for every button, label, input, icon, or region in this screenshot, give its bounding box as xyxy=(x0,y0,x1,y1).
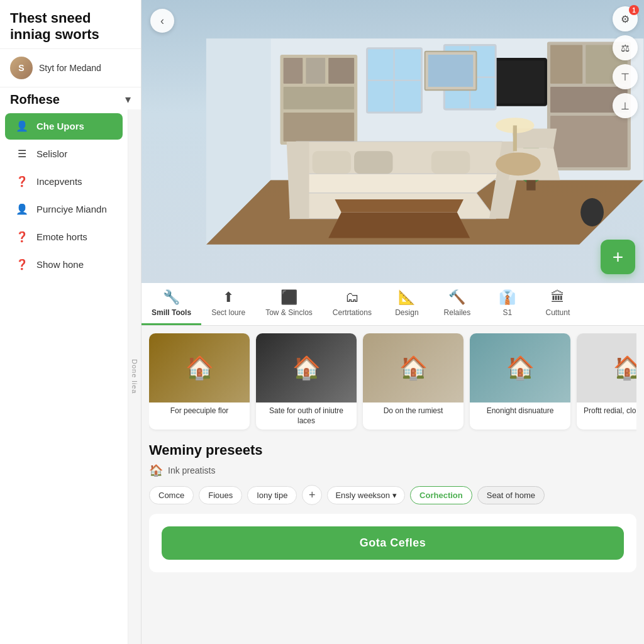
toolbar-label-cuttunt: Cuttunt xyxy=(546,308,570,317)
room-card-label-3: Do on the rumiest xyxy=(363,402,464,420)
notification-badge: 1 xyxy=(629,5,639,15)
preset-label: Ink preatists xyxy=(168,465,215,475)
view3d-area: ‹ xyxy=(142,0,644,283)
toolbar-item-certrtations[interactable]: 🗂 Certrtations xyxy=(323,283,382,325)
svg-rect-21 xyxy=(526,179,535,190)
add-button[interactable]: + xyxy=(601,240,635,274)
sidebar-item-show-hone[interactable]: ❓ Show hone xyxy=(5,252,123,278)
room-card-5[interactable]: 🏠 Proftt redial, clon llital tard xyxy=(577,333,636,430)
svg-point-36 xyxy=(496,152,541,175)
svg-marker-30 xyxy=(328,213,470,238)
nav-icon-emote-horts: ❓ xyxy=(15,230,29,244)
toolbar-label-design: Design xyxy=(395,308,418,317)
nav-icon-che-upors: 👤 xyxy=(15,119,29,133)
settings-button[interactable]: ⚙ 1 xyxy=(613,6,638,31)
sidebar-item-emote-horts[interactable]: ❓ Emote horts xyxy=(5,224,123,250)
room-card-4[interactable]: 🏠 Enonight disnuature xyxy=(470,333,570,430)
toolbar-icon-s1: 👔 xyxy=(499,289,516,306)
svg-rect-35 xyxy=(513,125,517,151)
back-button[interactable]: ‹ xyxy=(150,9,174,33)
room-card-label-4: Enonight disnuature xyxy=(470,402,570,420)
presets-title: Weminy preseets xyxy=(149,442,636,458)
sidebar-title: Thest sneed inniag sworts xyxy=(10,10,131,43)
toolbar-item-smill-tools[interactable]: 🔧 Smill Tools xyxy=(142,283,201,325)
toolbar-icon-certrtations: 🗂 xyxy=(345,289,359,306)
active-filter-chip[interactable]: Corhection xyxy=(410,486,472,504)
toolbar-item-sect-loure[interactable]: ⬆ Sect loure xyxy=(201,283,255,325)
nav-label-incepvents: Incepvents xyxy=(36,176,82,187)
room-card-label-2: Sate for outh of iniutre laces xyxy=(256,402,357,430)
presets-subtitle: 🏠 Ink preatists xyxy=(149,464,636,477)
nav-icon-incepvents: ❓ xyxy=(15,175,29,189)
room-svg xyxy=(142,0,644,283)
toolbar-label-relailes: Relailes xyxy=(444,308,471,317)
scroll-indicator: Done liea xyxy=(128,109,141,644)
seat-of-home-chip[interactable]: Seat of home xyxy=(477,486,545,504)
main-content: ‹ xyxy=(142,0,644,644)
nav-label-emote-horts: Emote horts xyxy=(36,231,87,242)
toolbar-item-cuttunt[interactable]: 🏛 Cuttunt xyxy=(533,283,583,325)
add-filter-button[interactable]: + xyxy=(302,485,322,505)
svg-rect-17 xyxy=(550,116,628,167)
gear-icon: ⚙ xyxy=(621,13,630,25)
room-card-img-4: 🏠 xyxy=(470,333,570,402)
top-icon-4[interactable]: ⊥ xyxy=(613,93,638,118)
toolbar-label-smill-tools: Smill Tools xyxy=(152,308,191,317)
svg-rect-25 xyxy=(313,151,351,174)
sidebar-section: Rofhese ▾ xyxy=(0,87,141,109)
nav-icon-selislor: ☰ xyxy=(15,147,29,161)
nav-label-purnciye-miandn: Purnciye Miandn xyxy=(36,204,107,214)
filter-chip-fioues[interactable]: Fioues xyxy=(199,486,242,504)
preset-icon: 🏠 xyxy=(149,464,163,477)
filter-chip-iony-tipe[interactable]: Iony tipe xyxy=(247,486,297,504)
section-label: Rofhese xyxy=(10,92,60,107)
svg-rect-7 xyxy=(328,58,354,84)
room-card-img-1: 🏠 xyxy=(149,333,250,402)
room-card-label-1: For peecuiple flor xyxy=(149,402,250,420)
nav-icon-purnciye-miandn: 👤 xyxy=(15,203,29,216)
room-card-2[interactable]: 🏠 Sate for outh of iniutre laces xyxy=(256,333,357,430)
top-icon-3[interactable]: ⊤ xyxy=(613,64,638,89)
svg-rect-14 xyxy=(550,45,582,84)
nav-label-show-hone: Show hone xyxy=(36,259,84,270)
toolbar-item-relailes[interactable]: 🔨 Relailes xyxy=(432,283,482,325)
toolbar-item-tow-sinclos[interactable]: ⬛ Tow & Sinclos xyxy=(255,283,323,325)
sidebar-item-selislor[interactable]: ☰ Selislor xyxy=(5,141,123,167)
toolbar-icon-sect-loure: ⬆ xyxy=(223,289,234,306)
balance-button[interactable]: ⚖ xyxy=(613,35,638,60)
sidebar-item-purnciye-miandn[interactable]: 👤 Purnciye Miandn xyxy=(5,196,123,223)
chevron-down-icon[interactable]: ▾ xyxy=(125,92,131,106)
nav-label-selislor: Selislor xyxy=(36,148,67,159)
nav-label-che-upors: Che Upors xyxy=(36,121,84,131)
room-card-img-5: 🏠 xyxy=(577,333,636,402)
svg-marker-31 xyxy=(335,199,464,212)
toolbar: 🔧 Smill Tools ⬆ Sect loure ⬛ Tow & Sincl… xyxy=(142,283,644,326)
room-card-3[interactable]: 🏠 Do on the rumiest xyxy=(363,333,464,430)
toolbar-label-s1: S1 xyxy=(503,308,513,317)
sidebar-nav: 👤 Che Upors ☰ Selislor ❓ Incepvents 👤 Pu… xyxy=(0,109,128,644)
room-card-label-5: Proftt redial, clon llital tard xyxy=(577,402,636,420)
svg-rect-5 xyxy=(284,58,303,84)
tool-icon-3: ⊤ xyxy=(621,71,630,83)
filter-chip-comce[interactable]: Comce xyxy=(149,486,194,504)
toolbar-label-tow-sinclos: Tow & Sinclos xyxy=(265,308,313,317)
toolbar-item-design[interactable]: 📐 Design xyxy=(382,283,432,325)
toolbar-item-s1[interactable]: 👔 S1 xyxy=(482,283,533,325)
toolbar-icon-relailes: 🔨 xyxy=(448,289,465,306)
avatar: S xyxy=(10,57,33,79)
svg-point-37 xyxy=(580,198,604,226)
tool-icon-4: ⊥ xyxy=(621,100,630,112)
dropdown-chip[interactable]: Ensly weekson▾ xyxy=(327,486,405,504)
toolbar-icon-cuttunt: 🏛 xyxy=(551,289,565,306)
svg-rect-8 xyxy=(284,87,355,109)
sidebar: Thest sneed inniag sworts S Styt for Med… xyxy=(0,0,142,644)
svg-rect-6 xyxy=(306,58,325,84)
room-card-1[interactable]: 🏠 For peecuiple flor xyxy=(149,333,250,430)
nav-icon-show-hone: ❓ xyxy=(15,258,29,272)
room-card-img-2: 🏠 xyxy=(256,333,357,402)
filter-row: ComceFiouesIony tipe+Ensly weekson▾Corhe… xyxy=(149,485,636,505)
sidebar-item-incepvents[interactable]: ❓ Incepvents xyxy=(5,169,123,195)
cta-button[interactable]: Gota Cefles xyxy=(162,526,624,560)
bottom-section: 🏠 For peecuiple flor 🏠 Sate for outh of … xyxy=(142,326,644,644)
sidebar-item-che-upors[interactable]: 👤 Che Upors xyxy=(5,113,123,140)
